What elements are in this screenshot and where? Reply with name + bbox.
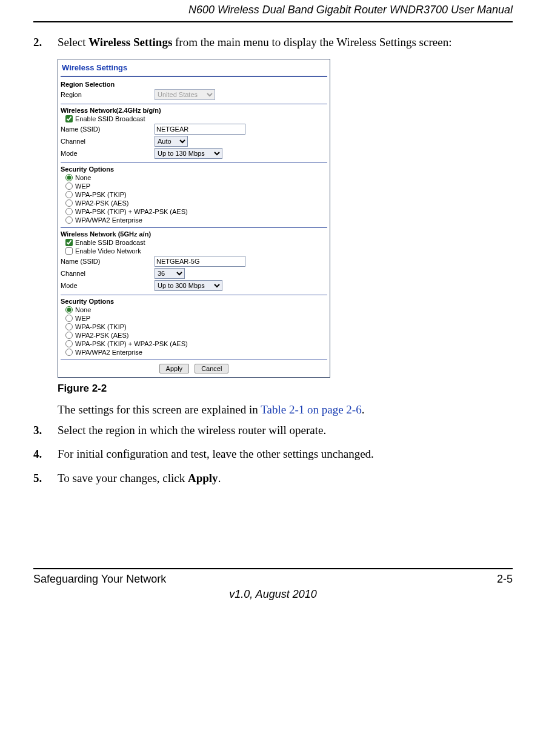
enable-ssid-5-checkbox[interactable] bbox=[65, 239, 73, 246]
page-header: N600 Wireless Dual Band Gigabit Router W… bbox=[33, 0, 513, 22]
channel-24-select[interactable]: Auto bbox=[155, 136, 188, 147]
sec5-none-label: None bbox=[75, 306, 91, 313]
sec24-wep-radio[interactable] bbox=[65, 182, 73, 190]
footer-version: v1.0, August 2010 bbox=[33, 588, 513, 601]
ssid-5-label: Name (SSID) bbox=[61, 258, 155, 265]
step-3-text: Select the region in which the wireless … bbox=[58, 423, 513, 438]
screenshot-title: Wireless Settings bbox=[61, 62, 327, 75]
table-2-1-link[interactable]: Table 2-1 on page 2-6 bbox=[261, 403, 361, 416]
step-3-number: 3. bbox=[33, 423, 47, 438]
enable-ssid-24-label: Enable SSID Broadcast bbox=[75, 115, 145, 122]
step-5-text: To save your changes, click Apply. bbox=[58, 470, 513, 486]
sec24-wpa2-aes-radio[interactable] bbox=[65, 199, 73, 207]
step-4-number: 4. bbox=[33, 446, 47, 462]
ssid-24-input[interactable] bbox=[155, 124, 245, 135]
enable-video-label: Enable Video Network bbox=[75, 247, 141, 255]
sec24-none-radio[interactable] bbox=[65, 174, 73, 181]
security-24-heading: Security Options bbox=[61, 166, 327, 173]
footer-section-name: Safeguarding Your Network bbox=[33, 573, 166, 586]
figure-caption: Figure 2-2 bbox=[58, 383, 513, 395]
channel-5-label: Channel bbox=[61, 270, 155, 277]
channel-5-select[interactable]: 36 bbox=[155, 268, 185, 279]
wireless-24-heading: Wireless Network(2.4GHz b/g/n) bbox=[61, 107, 327, 114]
sec5-wpa2-aes-radio[interactable] bbox=[65, 332, 73, 339]
sec5-enterprise-label: WPA/WPA2 Enterprise bbox=[75, 349, 142, 356]
apply-button[interactable]: Apply bbox=[159, 364, 190, 373]
wireless-5-heading: Wireless Network (5GHz a/n) bbox=[61, 230, 327, 238]
page-footer: Safeguarding Your Network 2-5 v1.0, Augu… bbox=[33, 568, 513, 601]
step-2-text: Select Wireless Settings from the main m… bbox=[58, 35, 513, 50]
sec24-wpa-tkip-radio[interactable] bbox=[65, 191, 73, 198]
mode-5-label: Mode bbox=[61, 282, 155, 289]
enable-ssid-5-label: Enable SSID Broadcast bbox=[75, 239, 145, 246]
sec5-wpa-tkip-radio[interactable] bbox=[65, 323, 73, 330]
sec24-wpa-mixed-radio[interactable] bbox=[65, 208, 73, 215]
wireless-settings-screenshot: Wireless Settings Region Selection Regio… bbox=[58, 59, 330, 378]
sec24-wpa-tkip-label: WPA-PSK (TKIP) bbox=[75, 191, 127, 198]
region-label: Region bbox=[61, 91, 155, 98]
sec24-wpa2-aes-label: WPA2-PSK (AES) bbox=[75, 199, 128, 207]
sec5-wpa2-aes-label: WPA2-PSK (AES) bbox=[75, 332, 128, 339]
footer-page-number: 2-5 bbox=[497, 573, 513, 586]
sec5-wpa-mixed-label: WPA-PSK (TKIP) + WPA2-PSK (AES) bbox=[75, 340, 188, 347]
mode-24-select[interactable]: Up to 130 Mbps bbox=[155, 148, 222, 159]
ssid-24-label: Name (SSID) bbox=[61, 125, 155, 133]
step-2-number: 2. bbox=[33, 35, 47, 50]
mode-5-select[interactable]: Up to 300 Mbps bbox=[155, 280, 222, 291]
sec5-enterprise-radio[interactable] bbox=[65, 349, 73, 356]
sec5-wpa-mixed-radio[interactable] bbox=[65, 340, 73, 347]
sec5-wpa-tkip-label: WPA-PSK (TKIP) bbox=[75, 323, 127, 330]
region-selection-heading: Region Selection bbox=[61, 81, 327, 88]
step-5-number: 5. bbox=[33, 470, 47, 486]
mode-24-label: Mode bbox=[61, 150, 155, 157]
step-2-continuation: The settings for this screen are explain… bbox=[58, 403, 513, 416]
sec5-wep-radio[interactable] bbox=[65, 315, 73, 322]
sec24-wep-label: WEP bbox=[75, 182, 90, 190]
step-4-text: For initial configuration and test, leav… bbox=[58, 446, 513, 462]
sec5-wep-label: WEP bbox=[75, 315, 90, 322]
sec24-wpa-mixed-label: WPA-PSK (TKIP) + WPA2-PSK (AES) bbox=[75, 208, 188, 215]
security-5-heading: Security Options bbox=[61, 298, 327, 305]
ssid-5-input[interactable] bbox=[155, 256, 245, 267]
sec24-enterprise-label: WPA/WPA2 Enterprise bbox=[75, 216, 142, 224]
sec5-none-radio[interactable] bbox=[65, 306, 73, 313]
sec24-none-label: None bbox=[75, 174, 91, 181]
region-select[interactable]: United States bbox=[155, 89, 215, 100]
enable-video-checkbox[interactable] bbox=[65, 247, 73, 255]
channel-24-label: Channel bbox=[61, 138, 155, 145]
sec24-enterprise-radio[interactable] bbox=[65, 216, 73, 224]
enable-ssid-24-checkbox[interactable] bbox=[65, 115, 73, 122]
cancel-button[interactable]: Cancel bbox=[195, 364, 228, 373]
